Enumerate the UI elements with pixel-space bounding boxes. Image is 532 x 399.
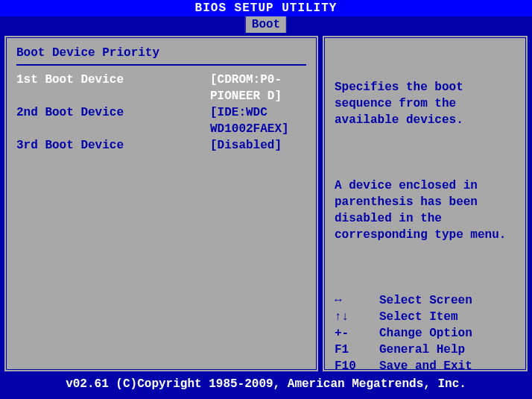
bios-screen: BIOS SETUP UTILITY Boot Boot Device Prio… <box>0 0 532 399</box>
key-action: General Help <box>379 342 465 358</box>
key-symbol: +- <box>335 325 379 342</box>
help-panel: Specifies the boot sequence from the ava… <box>323 36 528 371</box>
help-paragraph-2: A device enclosed in parenthesis has bee… <box>335 177 516 243</box>
key-action: Select Item <box>379 309 458 325</box>
boot-device-value: [Disabled] <box>210 137 306 154</box>
key-action: Change Option <box>379 325 472 342</box>
key-symbol: ↑↓ <box>335 309 379 325</box>
main-area: Boot Device Priority 1st Boot Device [CD… <box>0 33 532 374</box>
panel-heading: Boot Device Priority <box>16 46 306 60</box>
key-action: Save and Exit <box>379 358 472 374</box>
key-row-select-screen: ↔ Select Screen <box>335 292 516 309</box>
key-row-change-option: +- Change Option <box>335 325 516 342</box>
key-symbol: F1 <box>335 342 379 358</box>
key-action: Select Screen <box>379 292 472 309</box>
help-paragraph-1: Specifies the boot sequence from the ava… <box>335 79 516 128</box>
title-bar: BIOS SETUP UTILITY <box>0 0 532 16</box>
boot-device-value: [CDROM:P0-PIONEER D] <box>210 72 306 104</box>
key-symbol: ↔ <box>335 292 379 309</box>
key-symbol: F10 <box>335 358 379 374</box>
tab-row: Boot <box>0 16 532 33</box>
footer-bar: v02.61 (C)Copyright 1985-2009, American … <box>0 374 532 394</box>
boot-device-row-1[interactable]: 1st Boot Device [CDROM:P0-PIONEER D] <box>16 72 306 104</box>
key-row-save-exit: F10 Save and Exit <box>335 358 516 374</box>
title-text: BIOS SETUP UTILITY <box>195 1 338 15</box>
help-text: Specifies the boot sequence from the ava… <box>335 46 516 292</box>
boot-device-row-3[interactable]: 3rd Boot Device [Disabled] <box>16 137 306 154</box>
boot-device-value: [IDE:WDC WD1002FAEX] <box>210 104 306 137</box>
left-panel: Boot Device Priority 1st Boot Device [CD… <box>4 36 318 371</box>
boot-device-label: 2nd Boot Device <box>16 104 210 137</box>
footer-text: v02.61 (C)Copyright 1985-2009, American … <box>66 377 466 391</box>
key-row-select-item: ↑↓ Select Item <box>335 309 516 325</box>
tab-label: Boot <box>252 18 280 31</box>
boot-device-label: 1st Boot Device <box>16 72 210 104</box>
key-row-general-help: F1 General Help <box>335 342 516 358</box>
divider <box>16 64 306 66</box>
tab-boot[interactable]: Boot <box>245 16 287 34</box>
boot-device-row-2[interactable]: 2nd Boot Device [IDE:WDC WD1002FAEX] <box>16 104 306 137</box>
boot-device-label: 3rd Boot Device <box>16 137 210 154</box>
